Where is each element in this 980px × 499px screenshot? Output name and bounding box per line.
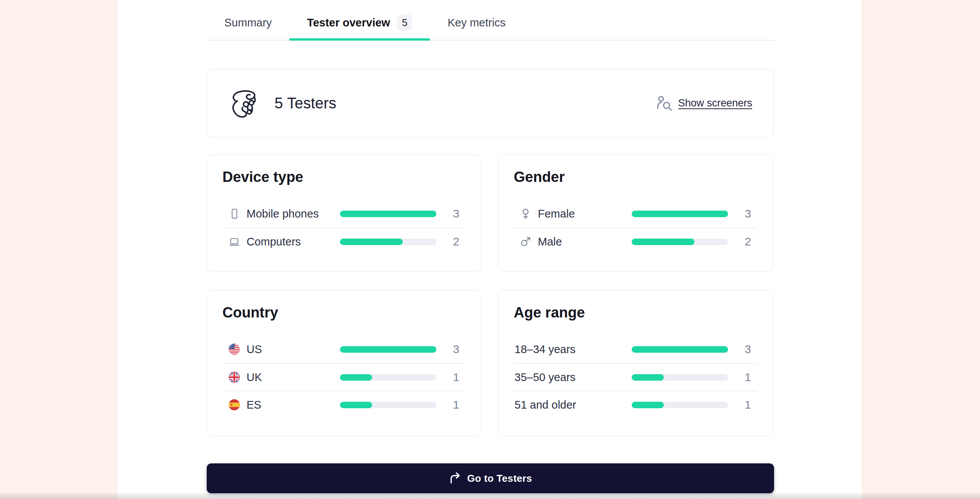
stat-row-female: Female 3 bbox=[514, 200, 757, 227]
tab-summary-label: Summary bbox=[224, 16, 272, 29]
stat-value: 1 bbox=[728, 398, 751, 411]
tab-key-metrics[interactable]: Key metrics bbox=[430, 5, 523, 40]
progress-bar bbox=[340, 211, 436, 217]
tester-count-badge: 5 bbox=[397, 15, 412, 31]
stat-row-male: Male 2 bbox=[514, 227, 757, 255]
age-range-card: Age range 18–34 years 3 35–50 years 1 51… bbox=[498, 290, 773, 436]
male-icon bbox=[520, 235, 531, 248]
stat-label: ES bbox=[247, 399, 340, 411]
progress-bar bbox=[340, 239, 436, 245]
stat-label: 51 and older bbox=[514, 399, 632, 411]
stat-label: 18–34 years bbox=[514, 343, 632, 356]
card-title-device-type: Device type bbox=[222, 168, 466, 186]
progress-bar bbox=[632, 346, 728, 353]
tab-tester-overview[interactable]: Tester overview 5 bbox=[289, 5, 430, 40]
stat-label: US bbox=[247, 343, 340, 356]
device-type-rows: Mobile phones 3 Computers 2 bbox=[222, 200, 466, 255]
es-flag-icon bbox=[229, 398, 240, 411]
show-screeners-link[interactable]: Show screeners bbox=[656, 95, 752, 112]
country-rows: US 3 UK 1 bbox=[222, 335, 466, 418]
country-card: Country bbox=[207, 290, 481, 436]
mobile-phone-icon bbox=[229, 207, 240, 220]
progress-bar bbox=[340, 374, 436, 381]
progress-bar bbox=[632, 402, 728, 408]
stat-value: 3 bbox=[436, 343, 459, 356]
doodle-face-icon bbox=[229, 87, 259, 120]
testers-summary-card: 5 Testers Show screeners bbox=[207, 69, 774, 137]
device-type-card: Device type Mobile phones 3 Computers bbox=[207, 154, 481, 272]
stat-label: Female bbox=[538, 208, 632, 220]
stat-row-35-50: 35–50 years 1 bbox=[514, 363, 757, 391]
card-title-gender: Gender bbox=[514, 168, 757, 186]
stat-value: 2 bbox=[728, 235, 751, 248]
stat-value: 3 bbox=[728, 207, 751, 220]
stat-value: 3 bbox=[728, 343, 751, 356]
progress-bar bbox=[632, 211, 728, 217]
redirect-arrow-icon bbox=[449, 472, 462, 485]
show-screeners-label: Show screeners bbox=[678, 97, 752, 109]
us-flag-icon bbox=[229, 343, 240, 356]
card-title-age-range: Age range bbox=[514, 303, 757, 322]
computer-icon bbox=[229, 235, 240, 248]
user-search-icon bbox=[656, 95, 673, 112]
stat-row-us: US 3 bbox=[222, 335, 466, 363]
age-range-rows: 18–34 years 3 35–50 years 1 51 and older… bbox=[514, 335, 757, 418]
stat-label: Mobile phones bbox=[247, 208, 340, 220]
gender-rows: Female 3 Male 2 bbox=[514, 200, 757, 255]
stat-row-computers: Computers 2 bbox=[222, 227, 466, 255]
go-to-testers-label: Go to Testers bbox=[467, 473, 532, 484]
stat-row-51-older: 51 and older 1 bbox=[514, 391, 757, 418]
stat-value: 3 bbox=[436, 207, 459, 220]
stat-row-18-34: 18–34 years 3 bbox=[514, 335, 757, 363]
card-title-country: Country bbox=[222, 303, 466, 322]
tab-key-metrics-label: Key metrics bbox=[448, 16, 505, 29]
stat-value: 1 bbox=[436, 371, 459, 384]
female-icon bbox=[520, 207, 531, 220]
stat-label: 35–50 years bbox=[514, 371, 632, 384]
stat-row-mobile-phones: Mobile phones 3 bbox=[222, 200, 466, 227]
testers-count-title: 5 Testers bbox=[274, 95, 336, 112]
stat-value: 1 bbox=[436, 398, 459, 411]
gender-card: Gender Female 3 Male bbox=[498, 154, 773, 272]
progress-bar bbox=[632, 374, 728, 381]
stat-row-uk: UK 1 bbox=[222, 363, 466, 391]
stat-value: 1 bbox=[728, 371, 751, 384]
tab-tester-overview-label: Tester overview bbox=[307, 16, 390, 29]
stat-label: Male bbox=[538, 236, 632, 248]
tab-summary[interactable]: Summary bbox=[207, 5, 289, 40]
uk-flag-icon bbox=[229, 371, 240, 384]
stat-label: UK bbox=[247, 371, 340, 384]
progress-bar bbox=[632, 239, 728, 245]
go-to-testers-button[interactable]: Go to Testers bbox=[207, 463, 774, 493]
progress-bar bbox=[340, 402, 436, 408]
stat-value: 2 bbox=[436, 235, 459, 248]
tab-bar: Summary Tester overview 5 Key metrics bbox=[207, 5, 774, 41]
stat-label: Computers bbox=[247, 236, 340, 248]
progress-bar bbox=[340, 346, 436, 353]
stat-row-es: ES 1 bbox=[222, 391, 466, 418]
